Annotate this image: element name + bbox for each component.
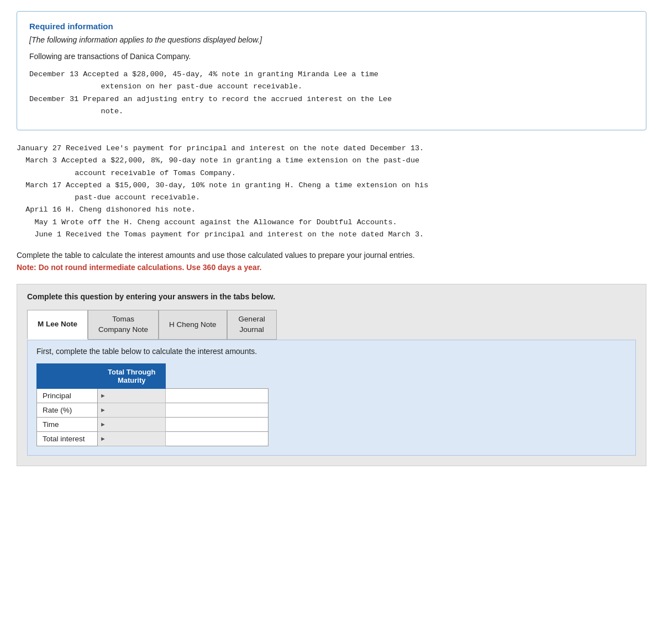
main-transaction-jan27: January 27 Received Lee's payment for pr… — [17, 142, 646, 155]
tab-tomas-company-note[interactable]: TomasCompany Note — [88, 310, 159, 340]
table-header-total: Total ThroughMaturity — [98, 363, 166, 388]
principal-field[interactable] — [166, 389, 268, 403]
arrow-rate[interactable]: ► — [98, 403, 166, 417]
main-transaction-may1: May 1 Wrote off the H. Cheng account aga… — [17, 217, 646, 229]
main-transaction-mar17-cont: past-due account receivable. — [17, 192, 646, 204]
tab-instruction: First, complete the table below to calcu… — [36, 347, 627, 356]
main-transaction-mar3-cont: account receivable of Tomas Company. — [17, 167, 646, 180]
main-transaction-mar17: March 17 Accepted a $15,000, 30-day, 10%… — [17, 180, 646, 192]
instructions-text: Complete the table to calculate the inte… — [17, 251, 646, 260]
req-transaction-1: December 13 Accepted a $28,000, 45-day, … — [29, 70, 378, 91]
table-header-label — [37, 363, 98, 388]
label-principal: Principal — [37, 388, 98, 403]
main-transaction-mar3: March 3 Accepted a $22,000, 8%, 90-day n… — [17, 155, 646, 167]
tab-general-journal[interactable]: GeneralJournal — [227, 310, 277, 340]
table-row-total-interest: Total interest ► — [37, 431, 269, 446]
tab-h-cheng-note[interactable]: H Cheng Note — [159, 310, 227, 340]
label-time: Time — [37, 417, 98, 431]
arrow-principal[interactable]: ► — [98, 388, 166, 403]
complete-box: Complete this question by entering your … — [17, 284, 646, 466]
time-field[interactable] — [166, 418, 268, 431]
table-row-rate: Rate (%) ► — [37, 403, 269, 417]
following-text: Following are transactions of Danica Com… — [29, 52, 634, 61]
input-rate[interactable] — [166, 403, 269, 417]
input-time[interactable] — [166, 417, 269, 431]
arrow-time[interactable]: ► — [98, 417, 166, 431]
tab-m-lee-note[interactable]: M Lee Note — [27, 310, 88, 340]
required-title: Required information — [29, 22, 634, 31]
table-row-principal: Principal ► — [37, 388, 269, 403]
main-transactions-block: January 27 Received Lee's payment for pr… — [17, 142, 646, 241]
complete-title: Complete this question by entering your … — [27, 292, 636, 301]
arrow-total-interest[interactable]: ► — [98, 431, 166, 446]
tabs-row: M Lee Note TomasCompany Note H Cheng Not… — [27, 310, 636, 340]
interest-table: Total ThroughMaturity Principal ► Rate (… — [36, 363, 269, 446]
req-transaction-2: December 31 Prepared an adjusting entry … — [29, 95, 392, 115]
main-transaction-apr16: April 16 H. Cheng dishonored his note. — [17, 204, 646, 216]
rate-field[interactable] — [166, 403, 268, 417]
label-total-interest: Total interest — [37, 431, 98, 446]
label-rate: Rate (%) — [37, 403, 98, 417]
main-transaction-jun1: June 1 Received the Tomas payment for pr… — [17, 229, 646, 241]
required-info-box: Required information [The following info… — [17, 11, 646, 130]
required-transactions: December 13 Accepted a $28,000, 45-day, … — [29, 68, 634, 118]
input-principal[interactable] — [166, 388, 269, 403]
table-row-time: Time ► — [37, 417, 269, 431]
tab-content-m-lee-note: First, complete the table below to calcu… — [27, 340, 636, 456]
total-interest-field[interactable] — [166, 432, 268, 446]
note-red: Note: Do not round intermediate calculat… — [17, 263, 646, 272]
italic-note: [The following information applies to th… — [29, 35, 634, 44]
input-total-interest[interactable] — [166, 431, 269, 446]
